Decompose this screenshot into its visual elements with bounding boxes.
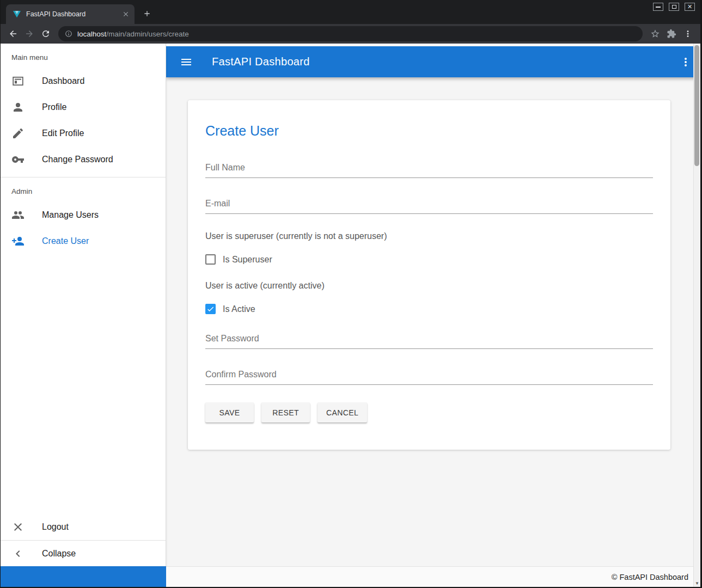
browser-menu-icon[interactable] xyxy=(680,26,696,41)
sidebar-item-change-password[interactable]: Change Password xyxy=(1,146,166,173)
app-bar: FastAPI Dashboard xyxy=(166,46,700,77)
people-icon xyxy=(11,209,25,222)
set-password-input[interactable] xyxy=(205,330,653,349)
check-icon xyxy=(206,305,215,313)
sidebar-item-label: Manage Users xyxy=(42,210,99,220)
scrollbar-thumb[interactable] xyxy=(694,45,699,166)
minimize-icon xyxy=(656,7,661,8)
superuser-checkbox-label[interactable]: Is Superuser xyxy=(223,255,272,265)
pencil-icon xyxy=(11,127,25,140)
reload-button[interactable] xyxy=(38,26,54,41)
extension-icon[interactable] xyxy=(663,26,680,41)
key-icon xyxy=(11,153,25,166)
close-window-button[interactable]: ✕ xyxy=(685,3,695,11)
sidebar-item-label: Profile xyxy=(42,102,66,112)
page-scrollbar[interactable]: ▼ xyxy=(693,44,700,587)
form-actions: SAVE RESET CANCEL xyxy=(205,402,653,422)
copyright-text: © FastAPI Dashboard xyxy=(612,573,688,581)
sidebar-item-edit-profile[interactable]: Edit Profile xyxy=(1,120,166,146)
content-area: Create User User is superuser (currently… xyxy=(166,77,700,566)
app-menu-kebab-icon[interactable] xyxy=(679,55,693,69)
sidebar-collapse-button[interactable]: Collapse xyxy=(1,540,166,566)
url-text: localhost/main/admin/users/create xyxy=(77,30,189,38)
app-title: FastAPI Dashboard xyxy=(212,56,310,68)
superuser-hint-text: User is superuser (currently is not a su… xyxy=(205,231,653,241)
sidebar-item-dashboard[interactable]: Dashboard xyxy=(1,68,166,94)
save-button[interactable]: SAVE xyxy=(205,402,254,422)
chevron-left-icon xyxy=(11,547,25,560)
email-input[interactable] xyxy=(205,195,653,214)
full-name-input[interactable] xyxy=(205,160,653,178)
superuser-checkbox-row: Is Superuser xyxy=(205,254,653,265)
hamburger-menu-icon[interactable] xyxy=(179,55,193,69)
url-path: /main/admin/users/create xyxy=(106,30,189,38)
dashboard-icon xyxy=(11,75,25,88)
sidebar-section-main-menu: Main menu xyxy=(1,44,166,68)
create-user-card: Create User User is superuser (currently… xyxy=(188,100,670,450)
url-host: localhost xyxy=(77,30,106,38)
sidebar-item-label: Logout xyxy=(42,522,69,532)
sidebar-item-label: Dashboard xyxy=(42,76,84,86)
close-icon: ✕ xyxy=(687,4,692,10)
confirm-password-input[interactable] xyxy=(205,366,653,385)
app-body: Main menu Dashboard Profile Edit Profile xyxy=(1,44,700,566)
main-panel: FastAPI Dashboard Create User User is su… xyxy=(166,44,700,566)
browser-toolbar: localhost/main/admin/users/create xyxy=(1,24,700,44)
logout-x-icon xyxy=(11,520,25,534)
address-bar[interactable]: localhost/main/admin/users/create xyxy=(58,26,643,41)
bookmark-star-icon[interactable] xyxy=(647,26,663,41)
scrollbar-down-arrow[interactable]: ▼ xyxy=(694,581,700,586)
sidebar-item-create-user[interactable]: Create User xyxy=(1,228,166,254)
set-password-field-wrap xyxy=(205,330,653,349)
tab-strip: FastAPI Dashboard ✕ xyxy=(1,0,700,24)
footer: © FastAPI Dashboard xyxy=(1,566,700,587)
tab-close-icon[interactable] xyxy=(121,10,130,19)
sidebar-section-admin: Admin xyxy=(1,177,166,202)
confirm-password-field-wrap xyxy=(205,366,653,385)
page-title: Create User xyxy=(205,123,653,139)
footer-accent-strip xyxy=(1,566,166,587)
person-add-icon xyxy=(11,235,25,248)
footer-bar: © FastAPI Dashboard xyxy=(166,566,700,587)
browser-window: FastAPI Dashboard ✕ xyxy=(0,0,702,588)
sidebar-item-logout[interactable]: Logout xyxy=(1,514,166,540)
window-controls: ✕ xyxy=(653,3,695,11)
active-checkbox-row: Is Active xyxy=(205,304,653,314)
vuetify-favicon-icon xyxy=(13,10,21,19)
sidebar-item-label: Change Password xyxy=(42,155,113,164)
active-checkbox[interactable] xyxy=(205,304,216,314)
sidebar: Main menu Dashboard Profile Edit Profile xyxy=(1,44,166,566)
sidebar-item-manage-users[interactable]: Manage Users xyxy=(1,202,166,228)
maximize-button[interactable] xyxy=(669,3,679,11)
maximize-icon xyxy=(672,5,676,9)
browser-chrome: FastAPI Dashboard ✕ xyxy=(1,0,700,44)
forward-button[interactable] xyxy=(21,26,38,41)
site-info-icon[interactable] xyxy=(65,30,72,38)
active-hint-text: User is active (currently active) xyxy=(205,281,653,291)
tab-title: FastAPI Dashboard xyxy=(26,10,121,18)
sidebar-spacer xyxy=(1,254,166,514)
full-name-field-wrap xyxy=(205,160,653,178)
email-field-wrap xyxy=(205,195,653,214)
superuser-checkbox[interactable] xyxy=(205,254,216,265)
reset-button[interactable]: RESET xyxy=(261,402,310,422)
active-checkbox-label[interactable]: Is Active xyxy=(223,304,255,314)
sidebar-item-label: Collapse xyxy=(42,549,76,559)
back-button[interactable] xyxy=(5,26,21,41)
new-tab-button[interactable] xyxy=(140,7,154,21)
sidebar-item-profile[interactable]: Profile xyxy=(1,94,166,120)
person-icon xyxy=(11,101,25,114)
sidebar-item-label: Edit Profile xyxy=(42,128,84,138)
minimize-button[interactable] xyxy=(653,3,663,11)
browser-tab[interactable]: FastAPI Dashboard xyxy=(6,4,135,24)
cancel-button[interactable]: CANCEL xyxy=(318,402,367,422)
sidebar-item-label: Create User xyxy=(42,236,89,246)
